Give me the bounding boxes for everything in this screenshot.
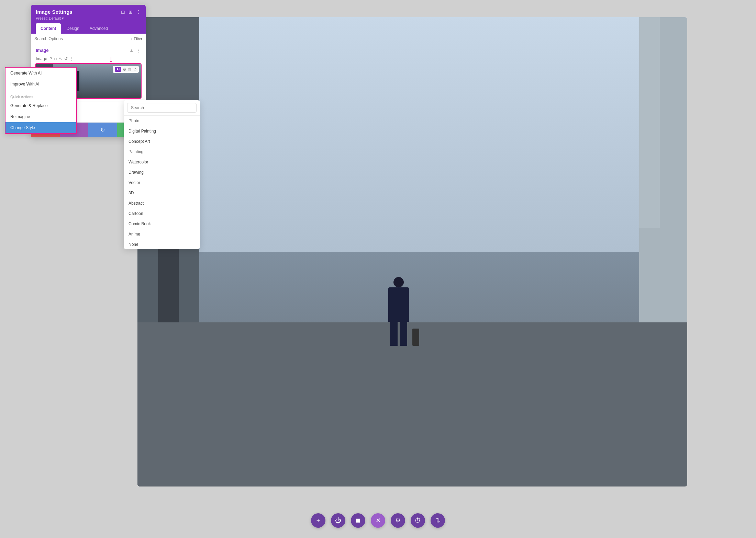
help-icon[interactable]: ? [50, 56, 52, 61]
undo-icon[interactable]: ↺ [133, 67, 137, 72]
search-bar: + Filter [31, 34, 146, 44]
image-icons: ? □ ↖ ↺ ⋮ [50, 56, 74, 61]
tab-advanced[interactable]: Advanced [85, 23, 113, 34]
responsive-icon[interactable]: ⊡ [121, 9, 125, 15]
tab-design[interactable]: Design [62, 23, 84, 34]
panel-tabs: Content Design Advanced [36, 23, 141, 34]
style-item-anime[interactable]: Anime [124, 229, 200, 239]
pink-arrow: ↓ [109, 54, 113, 65]
panel-header-icons: ⊡ ⊞ ⋮ [121, 9, 141, 15]
image-sublabel: Image [36, 56, 47, 61]
toolbar-stop-button[interactable]: ⏹ [351, 513, 365, 528]
ai-button[interactable]: AI [115, 67, 121, 72]
section-title: Image [36, 48, 49, 53]
toolbar-power-button[interactable]: ⏻ [331, 513, 345, 528]
change-style-item[interactable]: Change Style [5, 122, 76, 133]
style-item-comic-book[interactable]: Comic Book [124, 219, 200, 229]
panel-title: Image Settings [36, 9, 73, 15]
toolbar-add-button[interactable]: + [311, 513, 325, 528]
redo-button[interactable]: ↻ [88, 123, 117, 137]
toolbar-settings-button[interactable]: ⚙ [391, 513, 405, 528]
ai-dropdown-menu: Generate With AI Improve With AI Quick A… [5, 67, 77, 134]
options-icon[interactable]: ⋮ [70, 56, 74, 61]
section-more-icon[interactable]: ⋮ [136, 48, 141, 53]
tab-content[interactable]: Content [36, 23, 61, 34]
filter-button[interactable]: + Filter [131, 37, 142, 41]
generate-replace-item[interactable]: Generate & Replace [5, 100, 76, 111]
quick-actions-label: Quick Actions [5, 93, 76, 100]
toolbar-sort-button[interactable]: ⇅ [431, 513, 445, 528]
style-list: PhotoDigital PaintingConcept ArtPainting… [124, 116, 200, 246]
style-item-digital-painting[interactable]: Digital Painting [124, 126, 200, 136]
style-item-watercolor[interactable]: Watercolor [124, 157, 200, 167]
ground [137, 322, 687, 487]
improve-with-ai-item[interactable]: Improve With AI [5, 79, 76, 90]
style-search-area [124, 100, 200, 116]
cursor-icon[interactable]: ↖ [59, 56, 62, 61]
style-item-vector[interactable]: Vector [124, 178, 200, 188]
style-search-input[interactable] [127, 103, 197, 113]
reset-icon[interactable]: ↺ [64, 56, 68, 61]
person-figure [385, 277, 412, 346]
section-icons: ▲ ⋮ [129, 48, 141, 53]
toolbar-timer-button[interactable]: ⏱ [411, 513, 425, 528]
section-header: Image ▲ ⋮ [31, 44, 146, 55]
panel-header: Image Settings ⊡ ⊞ ⋮ Preset: Default ▾ C… [31, 5, 146, 34]
style-item-cartoon[interactable]: Cartoon [124, 208, 200, 219]
building-tower [639, 17, 660, 228]
mobile-icon[interactable]: □ [54, 56, 57, 61]
style-item-abstract[interactable]: Abstract [124, 198, 200, 208]
panel-preset[interactable]: Preset: Default ▾ [36, 16, 141, 21]
style-item-painting[interactable]: Painting [124, 147, 200, 157]
panel-header-top: Image Settings ⊡ ⊞ ⋮ [36, 9, 141, 15]
bottom-toolbar: + ⏻ ⏹ ✕ ⚙ ⏱ ⇅ [311, 513, 445, 528]
collapse-up-icon[interactable]: ▲ [129, 48, 134, 53]
toolbar-close-button[interactable]: ✕ [371, 513, 385, 528]
style-item-none[interactable]: None [124, 239, 200, 246]
style-item-drawing[interactable]: Drawing [124, 167, 200, 178]
settings-icon[interactable]: ⚙ [123, 67, 126, 72]
style-item-photo[interactable]: Photo [124, 116, 200, 126]
style-item-concept-art[interactable]: Concept Art [124, 136, 200, 147]
style-chooser-panel: PhotoDigital PaintingConcept ArtPainting… [124, 100, 200, 249]
scene-sky [137, 17, 687, 252]
style-item-3d[interactable]: 3D [124, 188, 200, 198]
trash-icon[interactable]: 🗑 [128, 67, 132, 72]
generate-with-ai-item[interactable]: Generate With AI [5, 68, 76, 79]
image-row: Image ? □ ↖ ↺ ⋮ [31, 55, 146, 64]
more-icon[interactable]: ⋮ [136, 9, 141, 15]
scene-background [137, 17, 687, 487]
search-options-input[interactable] [34, 36, 131, 41]
ai-toolbar: AI ⚙ 🗑 ↺ [113, 66, 139, 73]
grid-icon[interactable]: ⊞ [129, 9, 133, 15]
scene-container [137, 17, 687, 487]
dropdown-divider [5, 91, 76, 91]
reimagine-item[interactable]: Reimagine [5, 111, 76, 122]
